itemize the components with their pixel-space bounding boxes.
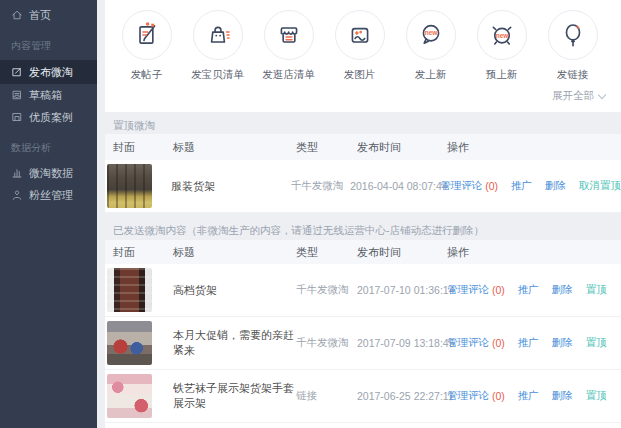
row-type: 链接 <box>296 389 357 403</box>
case-badge-icon <box>11 111 23 123</box>
pin-link[interactable]: 置顶 <box>586 389 607 403</box>
cover-cell <box>107 268 173 312</box>
sidebar-section-data: 数据分析 <box>0 142 97 154</box>
row-type: 千牛发微淘 <box>291 179 350 193</box>
publish-pre-arrival-label: 预上新 <box>486 68 518 82</box>
cover-image[interactable] <box>107 164 152 208</box>
chevron-down-icon <box>598 90 606 98</box>
promote-link[interactable]: 推广 <box>518 283 539 297</box>
expand-all-link[interactable]: 展开全部 <box>552 89 605 103</box>
cover-cell <box>107 374 173 418</box>
publish-picture-label: 发图片 <box>344 68 376 82</box>
comment-count: (0) <box>492 284 505 296</box>
publish-item-list-button[interactable]: 发宝贝清单 <box>182 10 253 112</box>
comment-count: (0) <box>485 180 498 192</box>
unpin-link[interactable]: 取消置顶 <box>579 179 621 193</box>
sent-section-title: 已发送微淘内容（非微淘生产的内容，请通过无线运营中心-店铺动态进行删除） <box>105 213 621 240</box>
row-title: 本月大促销，需要的亲赶紧来 <box>173 328 296 358</box>
new-badge-text: new <box>495 32 509 39</box>
sidebar-item-drafts[interactable]: 草稿箱 <box>0 84 97 106</box>
shop-list-icon <box>264 10 314 60</box>
sidebar-item-label: 粉丝管理 <box>29 188 73 203</box>
column-header-cover: 封面 <box>113 245 173 260</box>
sent-table-header: 封面 标题 类型 发布时间 操作 <box>105 240 621 264</box>
column-header-ops: 操作 <box>447 245 621 260</box>
table-bottom-padding <box>105 423 621 428</box>
column-header-ops: 操作 <box>447 140 621 155</box>
pin-link[interactable]: 置顶 <box>586 336 607 350</box>
table-row: 服装货架 千牛发微淘 2016-04-04 08:07:44 管理评论 (0) … <box>105 160 621 213</box>
promote-link[interactable]: 推广 <box>511 179 532 193</box>
row-actions: 管理评论 (0) 推广 删除 取消置顶 <box>440 179 621 193</box>
sidebar-item-home[interactable]: 首页 <box>0 4 97 26</box>
cover-image[interactable] <box>107 321 152 365</box>
row-actions: 管理评论 (0) 推广 删除 置顶 <box>447 389 621 403</box>
publish-shop-list-button[interactable]: 发逛店清单 <box>253 10 324 112</box>
delete-link[interactable]: 删除 <box>552 389 573 403</box>
sidebar-item-label: 优质案例 <box>29 110 73 125</box>
pin-link[interactable]: 置顶 <box>586 283 607 297</box>
table-row: 高档货架 千牛发微淘 2017-07-10 01:36:14 管理评论 (0) … <box>105 264 621 317</box>
sidebar-item-weitao-data[interactable]: 微淘数据 <box>0 162 97 184</box>
link-icon <box>548 10 598 60</box>
row-title: 铁艺袜子展示架货架手套展示架 <box>173 381 296 411</box>
row-time: 2017-06-25 22:27:11 <box>357 390 447 402</box>
publish-item-list-label: 发宝贝清单 <box>191 68 244 82</box>
promote-link[interactable]: 推广 <box>518 389 539 403</box>
publish-action-panel: 发帖子 发宝贝清单 发逛店清单 <box>105 0 621 112</box>
publish-shop-list-label: 发逛店清单 <box>262 68 315 82</box>
manage-comments-link[interactable]: 管理评论 <box>447 336 489 350</box>
cover-image[interactable] <box>107 268 152 312</box>
sidebar-section-content: 内容管理 <box>0 40 97 52</box>
pre-arrival-icon: new <box>477 10 527 60</box>
manage-comments-link[interactable]: 管理评论 <box>447 283 489 297</box>
row-actions: 管理评论 (0) 推广 删除 置顶 <box>447 283 621 297</box>
main-content: 发帖子 发宝贝清单 发逛店清单 <box>105 0 621 428</box>
comment-count: (0) <box>492 337 505 349</box>
promote-link[interactable]: 推广 <box>518 336 539 350</box>
row-time: 2017-07-09 13:18:45 <box>357 337 447 349</box>
row-time: 2016-04-04 08:07:44 <box>350 180 440 192</box>
row-title: 高档货架 <box>173 283 296 298</box>
publish-pre-arrival-button[interactable]: new 预上新 <box>466 10 537 112</box>
sidebar-item-fans-manage[interactable]: 粉丝管理 <box>0 184 97 206</box>
column-header-type: 类型 <box>296 140 357 155</box>
new-arrival-icon: new <box>406 10 456 60</box>
publish-link-label: 发链接 <box>557 68 589 82</box>
column-header-time: 发布时间 <box>357 245 447 260</box>
home-icon <box>11 9 23 21</box>
cover-cell <box>107 164 171 208</box>
delete-link[interactable]: 删除 <box>552 336 573 350</box>
sidebar-item-quality-cases[interactable]: 优质案例 <box>0 106 97 128</box>
sidebar-item-label: 微淘数据 <box>29 166 73 181</box>
bar-chart-icon <box>11 167 23 179</box>
row-type: 千牛发微淘 <box>296 283 357 297</box>
compose-icon <box>11 66 23 78</box>
publish-picture-button[interactable]: 发图片 <box>324 10 395 112</box>
pinned-table-header: 封面 标题 类型 发布时间 操作 <box>105 134 621 160</box>
sidebar-item-label: 草稿箱 <box>29 88 62 103</box>
column-header-title: 标题 <box>173 140 296 155</box>
pinned-section-title: 置顶微淘 <box>105 112 621 134</box>
column-header-type: 类型 <box>296 245 357 260</box>
table-row: 铁艺袜子展示架货架手套展示架 链接 2017-06-25 22:27:11 管理… <box>105 370 621 423</box>
publish-new-arrival-button[interactable]: new 发上新 <box>395 10 466 112</box>
sidebar-item-label: 发布微淘 <box>29 65 73 80</box>
item-list-icon <box>193 10 243 60</box>
comment-count: (0) <box>492 390 505 402</box>
manage-comments-link[interactable]: 管理评论 <box>440 179 482 193</box>
delete-link[interactable]: 删除 <box>552 283 573 297</box>
row-actions: 管理评论 (0) 推广 删除 置顶 <box>447 336 621 350</box>
new-badge-text: new <box>424 29 438 36</box>
table-row: 本月大促销，需要的亲赶紧来 千牛发微淘 2017-07-09 13:18:45 … <box>105 317 621 370</box>
sidebar-item-publish-weitao[interactable]: 发布微淘 <box>0 60 97 84</box>
delete-link[interactable]: 删除 <box>545 179 566 193</box>
publish-post-label: 发帖子 <box>131 68 163 82</box>
cover-image[interactable] <box>107 374 152 418</box>
sidebar-item-label: 首页 <box>29 8 51 23</box>
publish-post-button[interactable]: 发帖子 <box>111 10 182 112</box>
manage-comments-link[interactable]: 管理评论 <box>447 389 489 403</box>
row-time: 2017-07-10 01:36:14 <box>357 284 447 296</box>
expand-all-label: 展开全部 <box>552 89 594 103</box>
publish-new-arrival-label: 发上新 <box>415 68 447 82</box>
